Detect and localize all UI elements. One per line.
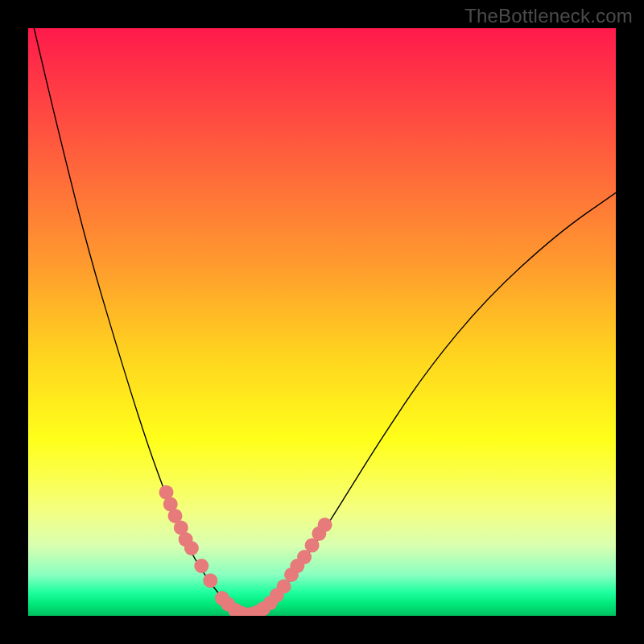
- curve-layer: [28, 28, 616, 616]
- highlight-dot: [318, 518, 332, 532]
- chart-frame: TheBottleneck.com: [0, 0, 644, 644]
- attribution-label: TheBottleneck.com: [464, 5, 633, 27]
- highlight-dot: [184, 541, 199, 555]
- highlight-dot: [194, 559, 208, 573]
- highlight-dots: [159, 485, 332, 616]
- plot-area: [28, 28, 616, 616]
- highlight-dot: [203, 573, 217, 588]
